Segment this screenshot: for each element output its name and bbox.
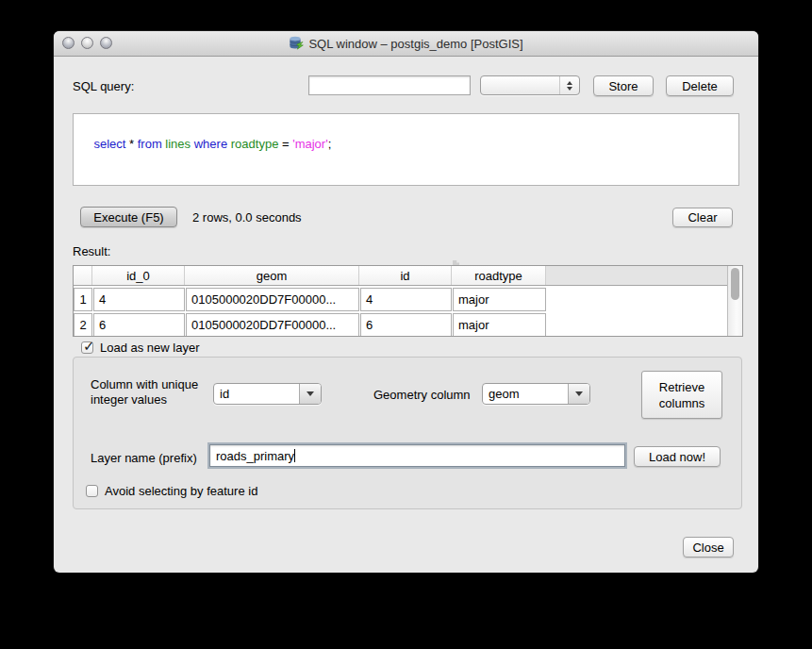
column-header-geom[interactable]: geom (185, 266, 359, 285)
postgis-db-icon (289, 36, 304, 51)
load-as-new-layer-label[interactable]: Load as new layer (100, 341, 200, 355)
sql-token: from (138, 137, 162, 151)
stepper-arrows-icon (559, 76, 579, 94)
unique-column-label: Column with unique integer values (91, 377, 198, 408)
chevron-down-icon[interactable] (299, 384, 321, 404)
avoid-selecting-checkbox[interactable] (86, 485, 98, 497)
table-scrollbar-thumb[interactable] (731, 268, 739, 300)
table-row[interactable]: 1 4 0105000020DD7F00000... 4 major (74, 288, 742, 311)
cell-geom[interactable]: 0105000020DD7F00000... (186, 313, 359, 337)
cell-roadtype[interactable]: major (453, 288, 546, 311)
row-number: 2 (74, 313, 92, 337)
retrieve-columns-button[interactable]: Retrieve columns (641, 371, 722, 419)
sql-token: select (93, 137, 125, 151)
title-bar[interactable]: SQL window – postgis_demo [PostGIS] (54, 31, 758, 57)
text-caret (294, 449, 295, 462)
cell-id0[interactable]: 4 (93, 288, 185, 311)
delete-button[interactable]: Delete (666, 75, 734, 96)
unique-column-value: id (214, 387, 299, 401)
layer-name-input[interactable]: roads_primary (209, 444, 625, 467)
sql-token: where (194, 137, 227, 151)
cell-id[interactable]: 6 (360, 313, 452, 337)
cell-id[interactable]: 4 (360, 288, 452, 311)
geometry-column-value: geom (483, 387, 568, 401)
avoid-selecting-label[interactable]: Avoid selecting by feature id (105, 484, 257, 498)
result-label: Result: (73, 244, 110, 258)
cell-roadtype[interactable]: major (453, 313, 546, 337)
execute-button[interactable]: Execute (F5) (80, 207, 177, 227)
sql-token: ; (328, 137, 332, 151)
chevron-down-icon[interactable] (568, 384, 589, 404)
column-header-id[interactable]: id (359, 266, 452, 285)
table-row[interactable]: 2 6 0105000020DD7F00000... 6 major (74, 313, 742, 337)
sql-token: = (278, 137, 292, 151)
query-preset-combo[interactable] (480, 75, 580, 95)
load-options-groupbox: Column with unique integer values id Geo… (73, 357, 742, 509)
store-button[interactable]: Store (593, 75, 654, 96)
close-window-icon[interactable] (62, 37, 75, 49)
cell-id0[interactable]: 6 (93, 313, 185, 337)
layer-name-value: roads_primary (216, 449, 294, 463)
layer-name-label: Layer name (prefix) (91, 451, 197, 465)
checkmark-icon: ✓ (83, 338, 95, 355)
query-name-input[interactable] (308, 75, 471, 95)
query-status-text: 2 rows, 0.0 seconds (192, 210, 302, 225)
sql-token: * (125, 137, 137, 151)
table-scrollbar[interactable] (727, 266, 742, 336)
cell-geom[interactable]: 0105000020DD7F00000... (186, 288, 359, 311)
sql-token: 'major' (292, 137, 327, 151)
row-number: 1 (74, 288, 92, 311)
column-header-roadtype[interactable]: roadtype (452, 266, 546, 285)
row-number-header[interactable] (74, 266, 92, 285)
traffic-lights (62, 37, 112, 49)
sql-query-text: select * from lines where roadtype = 'ma… (93, 137, 331, 151)
sql-query-label: SQL query: (73, 79, 134, 93)
column-header-id0[interactable]: id_0 (92, 266, 185, 285)
sql-token: lines (165, 137, 191, 151)
geometry-column-label: Geometry column (373, 388, 471, 402)
load-as-new-layer-checkbox[interactable]: ✓ (81, 341, 93, 354)
clear-button[interactable]: Clear (672, 208, 733, 227)
minimize-window-icon[interactable] (81, 37, 93, 49)
table-header-row: id_0 geom id roadtype (74, 266, 742, 286)
close-button[interactable]: Close (683, 537, 734, 557)
window-title: SQL window – postgis_demo [PostGIS] (308, 37, 522, 51)
load-now-button[interactable]: Load now! (634, 446, 721, 467)
unique-column-combo[interactable]: id (213, 383, 322, 405)
sql-token: roadtype (231, 137, 279, 151)
result-table[interactable]: id_0 geom id roadtype 1 4 0105000020DD7F… (73, 265, 743, 337)
geometry-column-combo[interactable]: geom (482, 383, 590, 405)
sql-editor[interactable]: select * from lines where roadtype = 'ma… (73, 113, 739, 186)
zoom-window-icon[interactable] (100, 37, 112, 49)
sql-window: SQL window – postgis_demo [PostGIS] SQL … (54, 31, 758, 573)
